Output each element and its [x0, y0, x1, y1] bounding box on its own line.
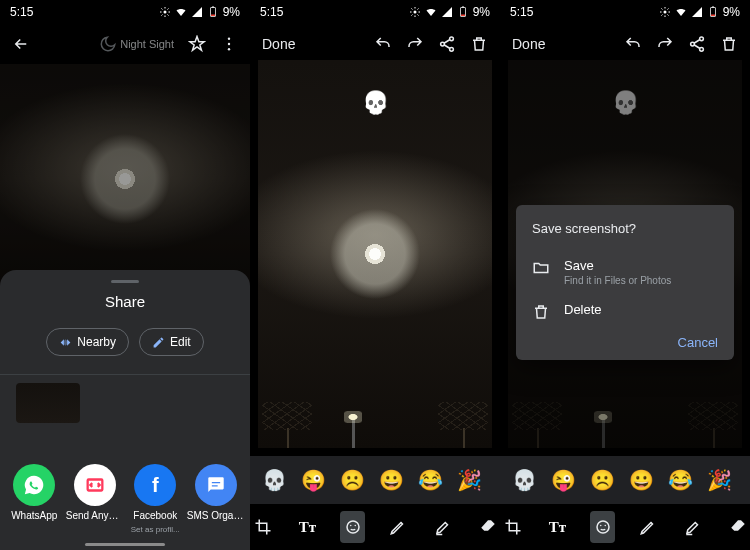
- dialog-save-option[interactable]: Save Find it in Files or Photos: [532, 250, 718, 294]
- battery-icon: [207, 6, 219, 18]
- delete-button[interactable]: [720, 35, 738, 53]
- emoji-frown[interactable]: ☹️: [590, 468, 615, 492]
- svg-point-0: [163, 11, 166, 14]
- highlight-tool[interactable]: [430, 511, 455, 543]
- svg-point-5: [228, 43, 230, 45]
- editor-canvas[interactable]: 💀: [258, 60, 492, 448]
- emoji-party[interactable]: 🎉: [707, 468, 732, 492]
- notif-icon: [659, 6, 671, 18]
- sticker-tool[interactable]: [590, 511, 615, 543]
- folder-icon: [532, 259, 550, 277]
- draw-tool[interactable]: [635, 511, 660, 543]
- signal-icon: [191, 6, 203, 18]
- back-button[interactable]: [12, 35, 30, 53]
- screenshot-editor-panel: 5:15 9% Done 💀 💀 😜 ☹️ 😀 😂 🎉 ⋮ Tт: [250, 0, 500, 550]
- undo-button[interactable]: [374, 35, 392, 53]
- text-tool[interactable]: Tт: [545, 511, 570, 543]
- undo-button[interactable]: [624, 35, 642, 53]
- emoji-joy[interactable]: 😂: [418, 468, 443, 492]
- share-app-whatsapp[interactable]: WhatsApp: [5, 464, 63, 534]
- trash-icon: [532, 303, 550, 321]
- drag-handle[interactable]: [111, 280, 139, 283]
- share-app-row: WhatsApp Send Anywh... f Facebook Set as…: [0, 464, 250, 534]
- status-time: 5:15: [510, 5, 533, 19]
- emoji-grin[interactable]: 😀: [379, 468, 404, 492]
- wifi-icon: [425, 6, 437, 18]
- crop-tool[interactable]: [500, 511, 525, 543]
- overflow-button[interactable]: [220, 35, 238, 53]
- text-tool[interactable]: Tт: [295, 511, 320, 543]
- svg-rect-10: [461, 15, 465, 17]
- skull-sticker[interactable]: 💀: [362, 90, 389, 116]
- sticker-tool[interactable]: [340, 511, 365, 543]
- dialog-title: Save screenshot?: [532, 221, 718, 236]
- editor-toolbar: Done: [500, 24, 750, 64]
- emoji-joy[interactable]: 😂: [668, 468, 693, 492]
- redo-button[interactable]: [406, 35, 424, 53]
- signal-icon: [441, 6, 453, 18]
- battery-percent: 9%: [473, 5, 490, 19]
- svg-rect-21: [712, 7, 714, 8]
- share-button[interactable]: [688, 35, 706, 53]
- emoji-skull[interactable]: 💀: [512, 468, 537, 492]
- highlight-tool[interactable]: [680, 511, 705, 543]
- svg-point-16: [350, 525, 352, 527]
- viewer-toolbar: Night Sight: [0, 24, 250, 64]
- battery-percent: 9%: [723, 5, 740, 19]
- svg-point-8: [413, 11, 416, 14]
- svg-rect-20: [711, 15, 715, 17]
- night-sight-badge: Night Sight: [99, 35, 174, 53]
- notif-icon: [409, 6, 421, 18]
- emoji-picker-bar: 💀 😜 ☹️ 😀 😂 🎉 ⋮: [250, 456, 500, 504]
- share-thumbnail[interactable]: [16, 383, 80, 423]
- gesture-handle[interactable]: [85, 543, 165, 546]
- screenshot-save-dialog-panel: 5:15 9% Done 💀 💀 😜 ☹️ 😀 😂 🎉 ⋮: [500, 0, 750, 550]
- svg-point-27: [604, 525, 606, 527]
- emoji-picker-bar: 💀 😜 ☹️ 😀 😂 🎉 ⋮: [500, 456, 750, 504]
- erase-tool[interactable]: [725, 511, 750, 543]
- svg-point-4: [228, 38, 230, 40]
- emoji-frown[interactable]: ☹️: [340, 468, 365, 492]
- nearby-chip[interactable]: Nearby: [46, 328, 129, 356]
- status-bar: 5:15 9%: [0, 0, 250, 24]
- status-time: 5:15: [260, 5, 283, 19]
- erase-tool[interactable]: [475, 511, 500, 543]
- done-button[interactable]: Done: [512, 36, 545, 52]
- dialog-delete-option[interactable]: Delete: [532, 294, 718, 329]
- editor-toolbar: Done: [250, 24, 500, 64]
- svg-point-26: [600, 525, 602, 527]
- emoji-skull[interactable]: 💀: [262, 468, 287, 492]
- share-app-sendanywhere[interactable]: Send Anywh...: [66, 464, 124, 534]
- svg-point-15: [347, 521, 359, 533]
- delete-button[interactable]: [470, 35, 488, 53]
- redo-button[interactable]: [656, 35, 674, 53]
- status-bar: 5:15 9%: [500, 0, 750, 24]
- crop-tool[interactable]: [250, 511, 275, 543]
- save-dialog: Save screenshot? Save Find it in Files o…: [516, 205, 734, 360]
- battery-percent: 9%: [223, 5, 240, 19]
- editor-tool-row: Tт: [500, 504, 750, 550]
- wifi-icon: [175, 6, 187, 18]
- emoji-wink[interactable]: 😜: [301, 468, 326, 492]
- wifi-icon: [675, 6, 687, 18]
- screenshot-share-panel: 5:15 9% Night Sight Share: [0, 0, 250, 550]
- svg-point-6: [228, 48, 230, 50]
- draw-tool[interactable]: [385, 511, 410, 543]
- favorite-button[interactable]: [188, 35, 206, 53]
- share-app-facebook[interactable]: f Facebook Set as profil...: [126, 464, 184, 534]
- battery-icon: [457, 6, 469, 18]
- emoji-more-button[interactable]: ⋮: [746, 471, 750, 489]
- done-button[interactable]: Done: [262, 36, 295, 52]
- share-sheet: Share Nearby Edit WhatsApp: [0, 270, 250, 550]
- share-button[interactable]: [438, 35, 456, 53]
- emoji-party[interactable]: 🎉: [457, 468, 482, 492]
- svg-point-17: [354, 525, 356, 527]
- svg-point-18: [663, 11, 666, 14]
- share-app-sms[interactable]: SMS Organi...: [187, 464, 245, 534]
- editor-tool-row: Tт: [250, 504, 500, 550]
- emoji-grin[interactable]: 😀: [629, 468, 654, 492]
- emoji-wink[interactable]: 😜: [551, 468, 576, 492]
- edit-chip[interactable]: Edit: [139, 328, 204, 356]
- dialog-cancel-button[interactable]: Cancel: [532, 335, 718, 350]
- svg-point-25: [597, 521, 609, 533]
